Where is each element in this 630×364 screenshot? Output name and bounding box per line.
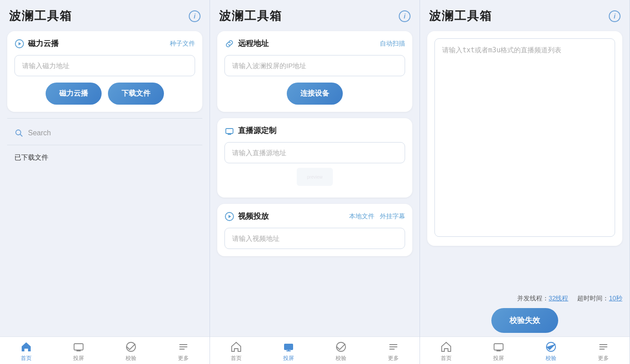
check-icon-3 xyxy=(545,341,557,353)
nav-check-2[interactable]: 校验 xyxy=(315,341,367,362)
validate-button[interactable]: 校验失效 xyxy=(491,308,558,333)
nav-more-label-2: 更多 xyxy=(388,355,399,362)
nav-more-3[interactable]: 更多 xyxy=(577,341,630,362)
info-icon-1[interactable]: i xyxy=(189,10,201,22)
search-icon xyxy=(14,129,23,138)
more-icon-2 xyxy=(387,341,400,353)
magnetic-card: 磁力云播 种子文件 磁力云播 下载文件 xyxy=(7,31,202,112)
svg-rect-24 xyxy=(494,344,503,350)
panel-2-content: 远程地址 自动扫描 连接设备 xyxy=(210,28,420,336)
check-icon-1 xyxy=(125,341,137,353)
panel-3: 波澜工具箱 i 并发线程：32线程 超时时间：10秒 校验失效 首页 xyxy=(420,0,630,364)
channel-textarea[interactable] xyxy=(434,38,615,237)
remote-card-header: 远程地址 自动扫描 xyxy=(224,38,405,49)
timeout-link[interactable]: 10秒 xyxy=(609,295,622,302)
panel-2-header: 波澜工具箱 i xyxy=(210,0,420,28)
play-circle-icon xyxy=(14,39,24,49)
seed-file-action[interactable]: 种子文件 xyxy=(170,40,195,48)
panel-1-bottom-nav: 首页 投屏 校验 xyxy=(0,336,210,364)
panel-1-title: 波澜工具箱 xyxy=(9,8,72,24)
local-file-action[interactable]: 本地文件 xyxy=(349,212,374,221)
magnetic-title-text: 磁力云播 xyxy=(28,38,59,49)
divider-2 xyxy=(7,145,202,145)
connect-button[interactable]: 连接设备 xyxy=(287,83,343,105)
panel-2-bottom-nav: 首页 投屏 校验 xyxy=(210,336,420,364)
search-bar[interactable]: Search xyxy=(7,124,202,142)
nav-tv-label-2: 投屏 xyxy=(283,355,294,362)
divider-1 xyxy=(7,118,202,119)
nav-home-1[interactable]: 首页 xyxy=(0,341,52,362)
panel-2-title: 波澜工具箱 xyxy=(219,8,282,24)
tv-icon-1 xyxy=(72,341,85,353)
tv-icon-3 xyxy=(492,341,505,353)
nav-home-2[interactable]: 首页 xyxy=(210,341,262,362)
panel-1: 波澜工具箱 i 磁力云播 种子文件 磁力云播 xyxy=(0,0,210,364)
downloaded-label: 已下载文件 xyxy=(7,151,202,165)
remote-card: 远程地址 自动扫描 连接设备 xyxy=(217,31,412,112)
download-file-button[interactable]: 下载文件 xyxy=(108,83,164,105)
magnetic-input[interactable] xyxy=(14,55,195,76)
magnetic-card-header: 磁力云播 种子文件 xyxy=(14,38,195,49)
connect-btn-wrap: 连接设备 xyxy=(224,83,405,105)
concurrency-link[interactable]: 32线程 xyxy=(549,295,569,302)
panel-3-content xyxy=(420,28,630,290)
nav-more-label-3: 更多 xyxy=(598,355,609,362)
panel-3-footer: 并发线程：32线程 超时时间：10秒 校验失效 xyxy=(420,290,630,336)
svg-rect-4 xyxy=(74,344,83,350)
search-label: Search xyxy=(28,129,51,137)
live-title-text: 直播源定制 xyxy=(238,125,276,136)
auto-scan-action[interactable]: 自动扫描 xyxy=(380,40,405,48)
video-input[interactable] xyxy=(224,228,405,249)
panel-3-header: 波澜工具箱 i xyxy=(420,0,630,28)
nav-tv-2[interactable]: 投屏 xyxy=(262,341,315,362)
svg-point-20 xyxy=(336,342,345,351)
nav-check-1[interactable]: 校验 xyxy=(105,341,157,362)
nav-home-label-2: 首页 xyxy=(231,355,242,362)
info-icon-2[interactable]: i xyxy=(399,10,411,22)
svg-marker-16 xyxy=(229,215,231,218)
panel-1-content: 磁力云播 种子文件 磁力云播 下载文件 Search xyxy=(0,28,210,336)
svg-rect-17 xyxy=(284,344,293,350)
tv-icon-2 xyxy=(282,341,295,353)
link-icon xyxy=(224,39,234,49)
tv-icon-live xyxy=(224,126,234,136)
nav-tv-3[interactable]: 投屏 xyxy=(472,341,525,362)
nav-home-3[interactable]: 首页 xyxy=(420,341,472,362)
more-icon-3 xyxy=(597,341,610,353)
subtitle-action[interactable]: 外挂字幕 xyxy=(380,212,405,221)
stream-placeholder: preview xyxy=(224,163,405,190)
panel-1-header: 波澜工具箱 i xyxy=(0,0,210,28)
live-card-header: 直播源定制 xyxy=(224,125,405,136)
panel-2: 波澜工具箱 i 远程地址 自动扫描 连接设备 xyxy=(210,0,420,364)
live-input[interactable] xyxy=(224,142,405,163)
nav-more-label-1: 更多 xyxy=(178,355,189,362)
remote-input[interactable] xyxy=(224,55,405,76)
nav-tv-label-3: 投屏 xyxy=(493,355,504,362)
video-card-header: 视频投放 本地文件 外挂字幕 xyxy=(224,211,405,221)
nav-tv-label-1: 投屏 xyxy=(73,355,84,362)
nav-more-1[interactable]: 更多 xyxy=(157,341,210,362)
more-icon-1 xyxy=(177,341,190,353)
timeout-label: 超时时间：10秒 xyxy=(577,295,622,303)
live-card-title: 直播源定制 xyxy=(224,125,276,136)
home-icon-3 xyxy=(440,341,453,353)
magnetic-card-title: 磁力云播 xyxy=(14,38,59,49)
home-icon-1 xyxy=(20,341,33,353)
svg-text:preview: preview xyxy=(307,175,323,180)
nav-home-label-3: 首页 xyxy=(441,355,452,362)
nav-more-2[interactable]: 更多 xyxy=(367,341,420,362)
nav-check-label-3: 校验 xyxy=(546,355,556,362)
nav-tv-1[interactable]: 投屏 xyxy=(52,341,105,362)
nav-check-label-1: 校验 xyxy=(126,355,136,362)
video-card: 视频投放 本地文件 外挂字幕 xyxy=(217,204,412,256)
remote-card-title: 远程地址 xyxy=(224,38,269,49)
info-icon-3[interactable]: i xyxy=(609,10,621,22)
svg-rect-10 xyxy=(226,129,233,134)
footer-info: 并发线程：32线程 超时时间：10秒 xyxy=(427,295,622,303)
magnetic-play-button[interactable]: 磁力云播 xyxy=(46,83,102,105)
svg-marker-1 xyxy=(19,42,21,45)
nav-check-3[interactable]: 校验 xyxy=(525,341,577,362)
concurrency-label: 并发线程：32线程 xyxy=(517,295,569,303)
svg-line-3 xyxy=(20,134,23,137)
home-icon-2 xyxy=(230,341,243,353)
